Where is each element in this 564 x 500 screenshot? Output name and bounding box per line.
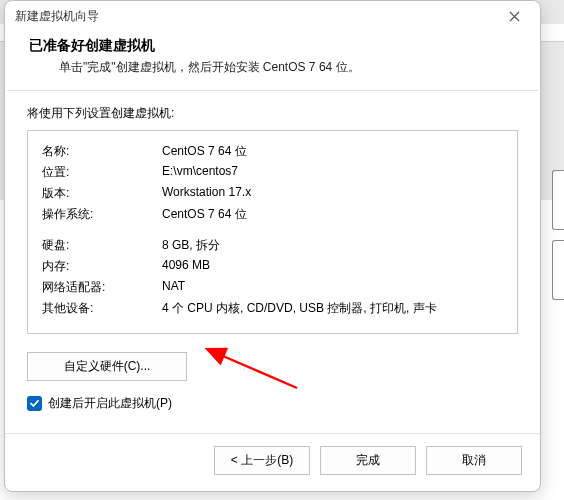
summary-table: 名称:CentOS 7 64 位位置:E:\vm\centos7版本:Works… (42, 141, 503, 319)
wizard-heading: 已准备好创建虚拟机 (29, 37, 516, 55)
summary-key: 名称: (42, 141, 162, 162)
summary-box: 名称:CentOS 7 64 位位置:E:\vm\centos7版本:Works… (27, 130, 518, 334)
finish-button[interactable]: 完成 (320, 446, 416, 475)
cancel-button[interactable]: 取消 (426, 446, 522, 475)
wizard-body: 将使用下列设置创建虚拟机: 名称:CentOS 7 64 位位置:E:\vm\c… (5, 91, 540, 433)
summary-value: 4 个 CPU 内核, CD/DVD, USB 控制器, 打印机, 声卡 (162, 298, 503, 319)
summary-key: 网络适配器: (42, 277, 162, 298)
customize-hardware-button[interactable]: 自定义硬件(C)... (27, 352, 187, 381)
close-icon (509, 11, 520, 22)
summary-key: 内存: (42, 256, 162, 277)
table-row: 网络适配器:NAT (42, 277, 503, 298)
table-row: 内存:4096 MB (42, 256, 503, 277)
table-row: 名称:CentOS 7 64 位 (42, 141, 503, 162)
summary-key: 版本: (42, 183, 162, 204)
summary-value: 4096 MB (162, 256, 503, 277)
table-row: 版本:Workstation 17.x (42, 183, 503, 204)
settings-prompt: 将使用下列设置创建虚拟机: (27, 105, 518, 122)
summary-value: Workstation 17.x (162, 183, 503, 204)
summary-key: 硬盘: (42, 235, 162, 256)
summary-key: 操作系统: (42, 204, 162, 225)
customize-row: 自定义硬件(C)... (27, 352, 518, 381)
table-row: 操作系统:CentOS 7 64 位 (42, 204, 503, 225)
summary-value: CentOS 7 64 位 (162, 141, 503, 162)
close-button[interactable] (492, 2, 536, 30)
window-title: 新建虚拟机向导 (15, 8, 492, 25)
table-row: 其他设备:4 个 CPU 内核, CD/DVD, USB 控制器, 打印机, 声… (42, 298, 503, 319)
power-on-checkbox-row[interactable]: 创建后开启此虚拟机(P) (27, 395, 518, 412)
table-row: 位置:E:\vm\centos7 (42, 162, 503, 183)
bg-side-handles (552, 170, 564, 310)
titlebar: 新建虚拟机向导 (5, 1, 540, 31)
new-vm-wizard-dialog: 新建虚拟机向导 已准备好创建虚拟机 单击"完成"创建虚拟机，然后开始安装 Cen… (4, 0, 541, 492)
table-row: 硬盘:8 GB, 拆分 (42, 235, 503, 256)
summary-key: 其他设备: (42, 298, 162, 319)
summary-value: E:\vm\centos7 (162, 162, 503, 183)
summary-value: NAT (162, 277, 503, 298)
back-button[interactable]: < 上一步(B) (214, 446, 310, 475)
wizard-footer: < 上一步(B) 完成 取消 (5, 433, 540, 491)
checkbox-checked-icon (27, 396, 42, 411)
wizard-header: 已准备好创建虚拟机 单击"完成"创建虚拟机，然后开始安装 CentOS 7 64… (5, 31, 540, 90)
wizard-subtext: 单击"完成"创建虚拟机，然后开始安装 CentOS 7 64 位。 (59, 59, 516, 76)
power-on-label: 创建后开启此虚拟机(P) (48, 395, 172, 412)
summary-value: 8 GB, 拆分 (162, 235, 503, 256)
summary-key: 位置: (42, 162, 162, 183)
summary-value: CentOS 7 64 位 (162, 204, 503, 225)
